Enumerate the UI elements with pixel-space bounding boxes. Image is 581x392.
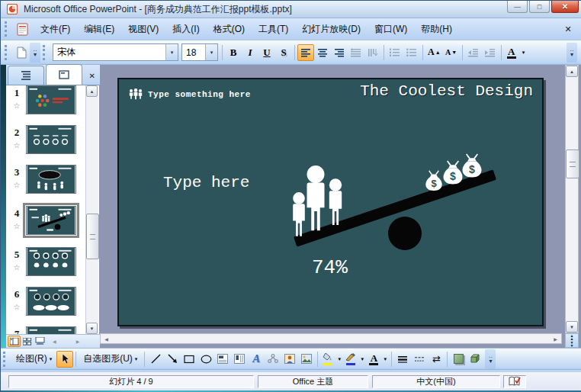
menu-window[interactable]: 窗口(W) — [368, 20, 414, 39]
slide-thumbnail-1[interactable] — [26, 85, 76, 114]
tab-slides[interactable] — [46, 64, 82, 85]
line-style-button[interactable] — [394, 351, 411, 368]
menu-help[interactable]: 帮助(H) — [414, 20, 459, 39]
scroll-up-icon[interactable]: ▲ — [86, 85, 98, 97]
scroll-down-icon[interactable]: ▼ — [86, 323, 98, 334]
thumbnail-row-1[interactable]: 1☆ — [8, 85, 76, 114]
text-shadow-button[interactable]: S — [275, 44, 292, 61]
restore-button[interactable]: □ — [529, 1, 550, 13]
thumbnail-row-4[interactable]: 4☆ — [8, 206, 76, 235]
line-color-button[interactable] — [343, 351, 358, 368]
document-close-icon[interactable]: ✕ — [562, 24, 580, 34]
thumbnail-row-2[interactable]: 2☆ — [8, 125, 76, 154]
slide-canvas[interactable]: Type something here The Coolest Design T… — [117, 78, 544, 326]
decrease-font-size-button[interactable]: A▼ — [443, 44, 460, 61]
language-indicator[interactable]: 中文(中国) — [372, 375, 500, 388]
font-color-button[interactable]: A — [504, 44, 519, 61]
scroll-right-icon[interactable]: ▶ — [76, 339, 80, 344]
distribute-text-button[interactable] — [348, 44, 364, 61]
chevron-down-icon[interactable]: ▾ — [205, 44, 217, 60]
panel-scrollbar[interactable]: ▲ ▼ — [85, 85, 98, 334]
editor-vscrollbar[interactable]: ▲ ▼ — [565, 65, 579, 333]
spellcheck-status[interactable] — [503, 375, 526, 388]
oval-tool-button[interactable] — [197, 351, 214, 368]
menu-view[interactable]: 视图(V) — [121, 20, 165, 39]
toolbar-drag-handle[interactable] — [43, 45, 49, 60]
toolbar-drag-handle[interactable] — [5, 21, 11, 37]
scroll-down-icon[interactable]: ▼ — [566, 321, 578, 333]
3d-style-button[interactable] — [467, 351, 483, 368]
menu-file[interactable]: 文件(F) — [34, 20, 77, 39]
numbered-list-button[interactable] — [387, 44, 403, 61]
draw-font-color-button[interactable]: A — [366, 351, 381, 368]
toolbar-drag-handle[interactable] — [3, 352, 9, 367]
align-right-button[interactable] — [331, 44, 348, 61]
bullet-list-button[interactable] — [403, 44, 420, 61]
thumbnail-row-6[interactable]: 6☆ — [8, 287, 76, 316]
menu-tools[interactable]: 工具(T) — [252, 20, 295, 39]
font-size-combo[interactable]: 18 ▾ — [181, 43, 218, 61]
chevron-down-icon[interactable]: ▾ — [165, 44, 178, 60]
scroll-left-icon[interactable]: ◀ — [53, 339, 56, 344]
line-tool-button[interactable] — [147, 351, 164, 368]
insert-clipart-button[interactable] — [281, 351, 298, 368]
rectangle-tool-button[interactable] — [181, 351, 197, 368]
slide-thumbnail-6[interactable] — [26, 287, 76, 316]
thumbnail-row-5[interactable]: 5☆ — [8, 247, 76, 276]
close-button[interactable]: ✕ — [551, 1, 579, 13]
slide-thumbnail-4-selected[interactable] — [26, 206, 76, 235]
arrow-style-button[interactable]: ⇄ — [428, 351, 445, 368]
document-icon[interactable] — [17, 23, 30, 36]
thumbnail-row-7[interactable]: 7☆ — [8, 326, 76, 334]
slide-thumbnail-3[interactable] — [26, 165, 76, 194]
scroll-left-icon[interactable]: ◀ — [101, 334, 112, 343]
editor-scrollbar-thumb[interactable] — [566, 149, 579, 178]
autoshapes-menu-button[interactable]: 自选图形(U)▾ — [79, 350, 142, 368]
vertical-text-box-button[interactable] — [231, 351, 248, 368]
fill-color-dropdown[interactable]: ▾ — [335, 351, 343, 368]
percent-label[interactable]: 74% — [312, 256, 348, 279]
wordart-button[interactable]: A — [248, 351, 265, 368]
menu-format[interactable]: 格式(O) — [207, 20, 252, 39]
decrease-indent-button[interactable] — [465, 44, 482, 61]
normal-view-button[interactable] — [8, 336, 21, 347]
panel-hscrollbar[interactable]: ◀ ▶ — [53, 339, 79, 344]
menu-edit[interactable]: 编辑(E) — [77, 20, 121, 39]
thumbnail-row-3[interactable]: 3☆ — [8, 165, 76, 194]
toolbar-drag-handle[interactable] — [5, 45, 11, 60]
next-slide-button[interactable]: ▼▼ — [566, 341, 578, 348]
text-direction-button[interactable] — [364, 44, 381, 61]
scroll-up-icon[interactable]: ▲ — [566, 66, 578, 77]
arrow-tool-button[interactable] — [164, 351, 181, 368]
slide-thumbnail-7[interactable] — [26, 326, 76, 334]
menu-slideshow[interactable]: 幻灯片放映(D) — [295, 20, 368, 39]
increase-font-size-button[interactable]: A▲ — [425, 44, 443, 61]
draw-font-color-dropdown[interactable]: ▾ — [381, 351, 389, 368]
bold-button[interactable]: B — [225, 44, 242, 61]
slide-thumbnail-5[interactable] — [26, 247, 76, 276]
draw-menu-button[interactable]: 绘图(R)▾ — [11, 350, 56, 368]
font-color-dropdown[interactable]: ▾ — [519, 44, 528, 61]
align-center-button[interactable] — [314, 44, 331, 61]
italic-button[interactable]: I — [242, 44, 258, 61]
panel-scrollbar-thumb[interactable] — [86, 214, 99, 259]
insert-picture-button[interactable] — [298, 351, 315, 368]
select-objects-button[interactable] — [56, 351, 73, 368]
slideshow-view-button[interactable] — [34, 336, 47, 347]
shadow-style-button[interactable] — [450, 351, 467, 368]
standard-toolbar-overflow-button[interactable]: ··▾ — [30, 43, 40, 63]
dash-style-button[interactable] — [411, 351, 428, 368]
new-document-icon-button[interactable] — [13, 44, 30, 61]
menu-insert[interactable]: 插入(I) — [165, 20, 206, 39]
align-left-button[interactable] — [297, 44, 314, 61]
minimize-button[interactable]: — — [507, 1, 528, 13]
scroll-right-icon[interactable]: ▶ — [550, 334, 561, 343]
insert-diagram-button[interactable] — [265, 351, 281, 368]
editor-hscrollbar[interactable]: ◀ ▶ — [100, 333, 562, 344]
slide-sorter-view-button[interactable] — [21, 336, 34, 347]
font-name-combo[interactable]: 宋体 ▾ — [53, 43, 178, 61]
increase-indent-button[interactable] — [482, 44, 499, 61]
underline-button[interactable]: U — [258, 44, 275, 61]
tab-outline[interactable] — [8, 66, 44, 85]
panel-close-icon[interactable]: ✕ — [89, 72, 98, 85]
